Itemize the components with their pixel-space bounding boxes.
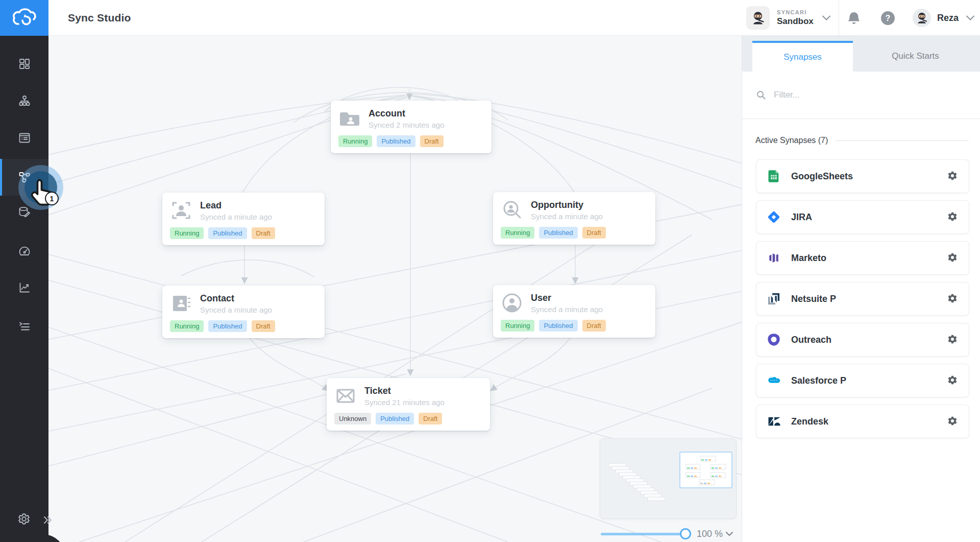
status-badge-draft[interactable]: Draft	[582, 320, 606, 332]
status-badge-draft[interactable]: Draft	[252, 320, 275, 332]
synapse-row-jira[interactable]: JIRA	[756, 200, 969, 234]
ticket-envelope-icon	[334, 385, 357, 407]
node-title: Opportunity	[531, 200, 603, 210]
synapse-row-salesforce[interactable]: Salesforce P	[756, 364, 969, 397]
status-badge-published[interactable]: Published	[377, 135, 415, 147]
status-badge-draft[interactable]: Draft	[252, 227, 275, 239]
status-badge-running[interactable]: Running	[170, 320, 204, 332]
user-avatar	[913, 9, 931, 27]
tab-synapses[interactable]: Synapses	[752, 41, 853, 72]
synapse-settings-gear-icon[interactable]	[946, 170, 959, 182]
record-list-icon	[18, 131, 31, 145]
synapse-name: Outreach	[791, 335, 831, 345]
zendesk-icon	[767, 414, 781, 429]
zoom-slider-track[interactable]	[601, 533, 687, 535]
status-badge-published[interactable]: Published	[539, 227, 577, 239]
status-badge-unknown[interactable]: Unknown	[334, 413, 371, 425]
chevron-down-icon	[822, 15, 831, 21]
section-title: Active Synapses (7)	[755, 136, 828, 145]
entity-node-ticket[interactable]: Ticket Synced 21 minutes ago Unknown Pub…	[327, 378, 490, 431]
gauge-icon	[18, 245, 31, 258]
synapse-row-netsuite[interactable]: Netsuite P	[756, 282, 969, 316]
settings-gear-icon[interactable]	[17, 512, 31, 527]
synapse-name: GoogleSheets	[791, 171, 853, 182]
user-menu[interactable]: Reza	[913, 8, 975, 28]
node-sync-status: Synced a minute ago	[200, 305, 272, 314]
node-sync-status: Synced 2 minutes ago	[369, 121, 444, 129]
sidebar-item-dashboard[interactable]	[0, 45, 48, 82]
dashboard-icon	[18, 57, 31, 70]
filter-input[interactable]	[774, 90, 937, 100]
hierarchy-icon	[18, 94, 31, 107]
opportunity-search-person-icon	[501, 199, 523, 221]
status-badge-draft[interactable]: Draft	[419, 413, 442, 425]
notifications-bell-icon[interactable]	[846, 11, 862, 26]
synapse-settings-gear-icon[interactable]	[946, 211, 959, 223]
status-badge-published[interactable]: Published	[208, 227, 247, 239]
panel-tabs: Synapses Quick Starts	[742, 36, 980, 72]
filter-row	[742, 72, 980, 119]
ninja-avatar-icon	[915, 11, 928, 25]
minimap-preview	[600, 439, 736, 519]
zoom-control: 100 %	[601, 526, 739, 541]
sync-studio-canvas[interactable]: Account Synced 2 minutes ago Running Pub…	[48, 36, 742, 542]
synapse-name: Salesforce P	[791, 375, 846, 386]
entity-node-opportunity[interactable]: Opportunity Synced a minute ago Running …	[493, 192, 655, 245]
node-title: Contact	[200, 293, 272, 304]
entity-node-contact[interactable]: Contact Synced a minute ago Running Publ…	[162, 286, 325, 338]
section-divider	[835, 140, 969, 141]
synapse-row-outreach[interactable]: Outreach	[756, 323, 969, 357]
node-sync-status: Synced a minute ago	[200, 213, 272, 221]
entity-node-account[interactable]: Account Synced 2 minutes ago Running Pub…	[331, 101, 492, 153]
canvas-minimap[interactable]	[600, 438, 737, 519]
status-badge-running[interactable]: Running	[501, 320, 534, 332]
org-switcher[interactable]: SYNCARI Sandbox	[746, 5, 831, 31]
cloud-sync-icon	[11, 7, 38, 29]
syncari-logo[interactable]	[0, 0, 48, 36]
search-icon	[756, 90, 766, 100]
help-button[interactable]: ?	[881, 11, 895, 25]
contact-book-icon	[170, 292, 192, 315]
synapse-row-googlesheets[interactable]: GoogleSheets	[756, 159, 969, 193]
sidebar-item-records[interactable]	[0, 120, 48, 156]
node-sync-status: Synced a minute ago	[531, 212, 603, 221]
sidebar-item-activity-log[interactable]	[0, 308, 48, 344]
synapse-settings-gear-icon[interactable]	[946, 334, 959, 346]
sidebar-item-data-model[interactable]	[0, 82, 48, 119]
tab-quick-starts[interactable]: Quick Starts	[853, 41, 978, 72]
synapse-settings-gear-icon[interactable]	[946, 252, 959, 264]
status-badge-published[interactable]: Published	[376, 413, 414, 425]
synapse-row-zendesk[interactable]: Zendesk	[756, 405, 969, 438]
status-badge-draft[interactable]: Draft	[582, 227, 606, 239]
sidebar-item-health[interactable]	[0, 233, 48, 270]
zoom-slider-thumb[interactable]	[680, 528, 691, 539]
jira-icon	[767, 210, 781, 224]
org-avatar	[746, 6, 770, 30]
sidebar-item-insights[interactable]	[0, 269, 48, 306]
synapse-name: Marketo	[791, 253, 826, 264]
node-title: Account	[369, 108, 444, 119]
entity-node-user[interactable]: User Synced a minute ago Running Publish…	[493, 285, 655, 338]
status-badge-running[interactable]: Running	[338, 135, 372, 147]
outreach-icon	[767, 333, 781, 347]
synapse-settings-gear-icon[interactable]	[946, 293, 959, 305]
synapse-name: Zendesk	[791, 416, 828, 427]
task-list-icon	[18, 319, 31, 333]
synapse-settings-gear-icon[interactable]	[946, 415, 959, 428]
zoom-chevron-down-icon[interactable]	[725, 531, 733, 537]
synapse-settings-gear-icon[interactable]	[946, 374, 959, 387]
synapse-name: Netsuite P	[791, 294, 836, 304]
status-badge-running[interactable]: Running	[501, 227, 534, 239]
expand-sidebar-icon[interactable]	[42, 514, 54, 526]
status-badge-published[interactable]: Published	[539, 320, 577, 332]
page-title: Sync Studio	[68, 0, 131, 36]
node-title: Lead	[200, 200, 272, 211]
status-badge-draft[interactable]: Draft	[420, 135, 444, 147]
status-badge-running[interactable]: Running	[170, 227, 204, 239]
cursor-count-badge: 1	[45, 192, 59, 205]
entity-node-lead[interactable]: Lead Synced a minute ago Running Publish…	[162, 193, 325, 245]
zoom-level-value: 100 %	[697, 529, 723, 539]
help-glyph: ?	[886, 14, 891, 23]
status-badge-published[interactable]: Published	[208, 320, 247, 332]
synapse-row-marketo[interactable]: Marketo	[756, 241, 969, 275]
